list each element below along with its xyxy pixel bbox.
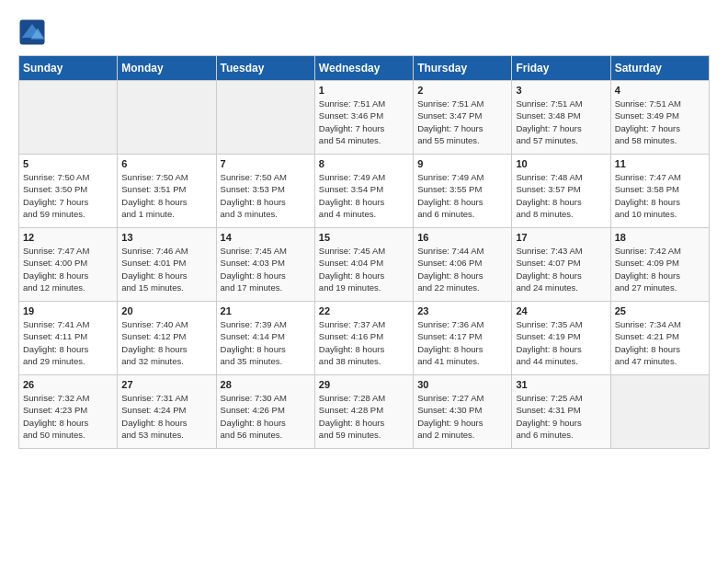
calendar-cell: 6Sunrise: 7:50 AM Sunset: 3:51 PM Daylig… — [118, 155, 216, 228]
calendar-week-4: 19Sunrise: 7:41 AM Sunset: 4:11 PM Dayli… — [19, 302, 710, 375]
calendar-cell: 25Sunrise: 7:34 AM Sunset: 4:21 PM Dayli… — [610, 302, 709, 375]
day-number: 19 — [23, 305, 113, 316]
day-info: Sunrise: 7:43 AM Sunset: 4:07 PM Dayligh… — [516, 245, 606, 293]
calendar-cell: 17Sunrise: 7:43 AM Sunset: 4:07 PM Dayli… — [512, 228, 610, 302]
calendar-cell: 12Sunrise: 7:47 AM Sunset: 4:00 PM Dayli… — [19, 228, 118, 302]
day-number: 8 — [319, 158, 409, 169]
calendar-cell: 5Sunrise: 7:50 AM Sunset: 3:50 PM Daylig… — [19, 155, 118, 228]
calendar-cell: 8Sunrise: 7:49 AM Sunset: 3:54 PM Daylig… — [314, 155, 413, 228]
day-number: 27 — [121, 379, 211, 390]
day-number: 12 — [23, 232, 113, 243]
day-info: Sunrise: 7:48 AM Sunset: 3:57 PM Dayligh… — [516, 171, 606, 220]
day-info: Sunrise: 7:50 AM Sunset: 3:50 PM Dayligh… — [23, 171, 113, 220]
day-info: Sunrise: 7:40 AM Sunset: 4:12 PM Dayligh… — [121, 318, 211, 367]
day-info: Sunrise: 7:45 AM Sunset: 4:04 PM Dayligh… — [319, 245, 409, 293]
day-info: Sunrise: 7:49 AM Sunset: 3:54 PM Dayligh… — [319, 171, 409, 220]
calendar-cell — [118, 81, 216, 155]
day-info: Sunrise: 7:35 AM Sunset: 4:19 PM Dayligh… — [516, 318, 606, 367]
day-number: 20 — [121, 305, 211, 316]
day-info: Sunrise: 7:32 AM Sunset: 4:23 PM Dayligh… — [23, 392, 113, 441]
day-number: 29 — [319, 379, 409, 390]
calendar-cell: 1Sunrise: 7:51 AM Sunset: 3:46 PM Daylig… — [314, 81, 413, 155]
calendar-week-2: 5Sunrise: 7:50 AM Sunset: 3:50 PM Daylig… — [19, 155, 710, 228]
day-number: 30 — [417, 379, 507, 390]
day-number: 28 — [221, 379, 311, 390]
calendar-cell: 18Sunrise: 7:42 AM Sunset: 4:09 PM Dayli… — [610, 228, 709, 302]
logo-icon — [18, 18, 46, 46]
calendar-week-5: 26Sunrise: 7:32 AM Sunset: 4:23 PM Dayli… — [19, 375, 710, 449]
calendar-cell: 30Sunrise: 7:27 AM Sunset: 4:30 PM Dayli… — [414, 375, 512, 449]
page-header — [18, 18, 710, 46]
day-info: Sunrise: 7:27 AM Sunset: 4:30 PM Dayligh… — [417, 392, 507, 441]
day-info: Sunrise: 7:37 AM Sunset: 4:16 PM Dayligh… — [319, 318, 409, 367]
calendar-cell: 31Sunrise: 7:25 AM Sunset: 4:31 PM Dayli… — [512, 375, 610, 449]
day-info: Sunrise: 7:51 AM Sunset: 3:48 PM Dayligh… — [516, 98, 606, 146]
day-info: Sunrise: 7:51 AM Sunset: 3:47 PM Dayligh… — [417, 98, 507, 146]
day-info: Sunrise: 7:39 AM Sunset: 4:14 PM Dayligh… — [221, 318, 311, 367]
calendar-cell: 14Sunrise: 7:45 AM Sunset: 4:03 PM Dayli… — [216, 228, 314, 302]
calendar-cell: 11Sunrise: 7:47 AM Sunset: 3:58 PM Dayli… — [610, 155, 709, 228]
calendar-cell: 16Sunrise: 7:44 AM Sunset: 4:06 PM Dayli… — [414, 228, 512, 302]
calendar-cell: 20Sunrise: 7:40 AM Sunset: 4:12 PM Dayli… — [118, 302, 216, 375]
logo — [18, 18, 50, 46]
day-info: Sunrise: 7:47 AM Sunset: 3:58 PM Dayligh… — [615, 171, 705, 220]
day-number: 5 — [23, 158, 113, 169]
calendar-cell: 24Sunrise: 7:35 AM Sunset: 4:19 PM Dayli… — [512, 302, 610, 375]
day-info: Sunrise: 7:50 AM Sunset: 3:53 PM Dayligh… — [221, 171, 311, 220]
day-number: 15 — [319, 232, 409, 243]
calendar-cell: 9Sunrise: 7:49 AM Sunset: 3:55 PM Daylig… — [414, 155, 512, 228]
day-info: Sunrise: 7:31 AM Sunset: 4:24 PM Dayligh… — [121, 392, 211, 441]
day-info: Sunrise: 7:45 AM Sunset: 4:03 PM Dayligh… — [221, 245, 311, 293]
calendar-cell: 15Sunrise: 7:45 AM Sunset: 4:04 PM Dayli… — [314, 228, 413, 302]
day-number: 14 — [221, 232, 311, 243]
day-number: 7 — [221, 158, 311, 169]
day-number: 17 — [516, 232, 606, 243]
header-sunday: Sunday — [19, 56, 118, 81]
calendar-cell — [216, 81, 314, 155]
day-info: Sunrise: 7:49 AM Sunset: 3:55 PM Dayligh… — [417, 171, 507, 220]
day-number: 23 — [417, 305, 507, 316]
day-info: Sunrise: 7:44 AM Sunset: 4:06 PM Dayligh… — [417, 245, 507, 293]
calendar-cell: 26Sunrise: 7:32 AM Sunset: 4:23 PM Dayli… — [19, 375, 118, 449]
calendar-cell: 10Sunrise: 7:48 AM Sunset: 3:57 PM Dayli… — [512, 155, 610, 228]
calendar-table: SundayMondayTuesdayWednesdayThursdayFrid… — [18, 55, 710, 449]
calendar-cell: 27Sunrise: 7:31 AM Sunset: 4:24 PM Dayli… — [118, 375, 216, 449]
day-info: Sunrise: 7:50 AM Sunset: 3:51 PM Dayligh… — [121, 171, 211, 220]
header-thursday: Thursday — [414, 56, 512, 81]
day-info: Sunrise: 7:47 AM Sunset: 4:00 PM Dayligh… — [23, 245, 113, 293]
day-number: 4 — [615, 85, 705, 96]
day-info: Sunrise: 7:30 AM Sunset: 4:26 PM Dayligh… — [221, 392, 311, 441]
header-wednesday: Wednesday — [314, 56, 413, 81]
day-number: 2 — [417, 85, 507, 96]
calendar-cell: 2Sunrise: 7:51 AM Sunset: 3:47 PM Daylig… — [414, 81, 512, 155]
day-number: 10 — [516, 158, 606, 169]
calendar-week-3: 12Sunrise: 7:47 AM Sunset: 4:00 PM Dayli… — [19, 228, 710, 302]
calendar-cell: 22Sunrise: 7:37 AM Sunset: 4:16 PM Dayli… — [314, 302, 413, 375]
day-number: 13 — [121, 232, 211, 243]
day-number: 1 — [319, 85, 409, 96]
day-number: 25 — [615, 305, 705, 316]
day-info: Sunrise: 7:36 AM Sunset: 4:17 PM Dayligh… — [417, 318, 507, 367]
day-info: Sunrise: 7:51 AM Sunset: 3:46 PM Dayligh… — [319, 98, 409, 146]
calendar-cell — [19, 81, 118, 155]
day-number: 26 — [23, 379, 113, 390]
day-number: 21 — [221, 305, 311, 316]
day-info: Sunrise: 7:34 AM Sunset: 4:21 PM Dayligh… — [615, 318, 705, 367]
header-friday: Friday — [512, 56, 610, 81]
calendar-cell — [610, 375, 709, 449]
day-number: 9 — [417, 158, 507, 169]
day-info: Sunrise: 7:46 AM Sunset: 4:01 PM Dayligh… — [121, 245, 211, 293]
day-info: Sunrise: 7:51 AM Sunset: 3:49 PM Dayligh… — [615, 98, 705, 146]
calendar-cell: 4Sunrise: 7:51 AM Sunset: 3:49 PM Daylig… — [610, 81, 709, 155]
day-number: 6 — [121, 158, 211, 169]
day-number: 24 — [516, 305, 606, 316]
header-tuesday: Tuesday — [216, 56, 314, 81]
day-info: Sunrise: 7:28 AM Sunset: 4:28 PM Dayligh… — [319, 392, 409, 441]
calendar-cell: 23Sunrise: 7:36 AM Sunset: 4:17 PM Dayli… — [414, 302, 512, 375]
calendar-cell: 7Sunrise: 7:50 AM Sunset: 3:53 PM Daylig… — [216, 155, 314, 228]
calendar-cell: 28Sunrise: 7:30 AM Sunset: 4:26 PM Dayli… — [216, 375, 314, 449]
calendar-week-1: 1Sunrise: 7:51 AM Sunset: 3:46 PM Daylig… — [19, 81, 710, 155]
day-info: Sunrise: 7:41 AM Sunset: 4:11 PM Dayligh… — [23, 318, 113, 367]
calendar-cell: 21Sunrise: 7:39 AM Sunset: 4:14 PM Dayli… — [216, 302, 314, 375]
calendar-cell: 3Sunrise: 7:51 AM Sunset: 3:48 PM Daylig… — [512, 81, 610, 155]
